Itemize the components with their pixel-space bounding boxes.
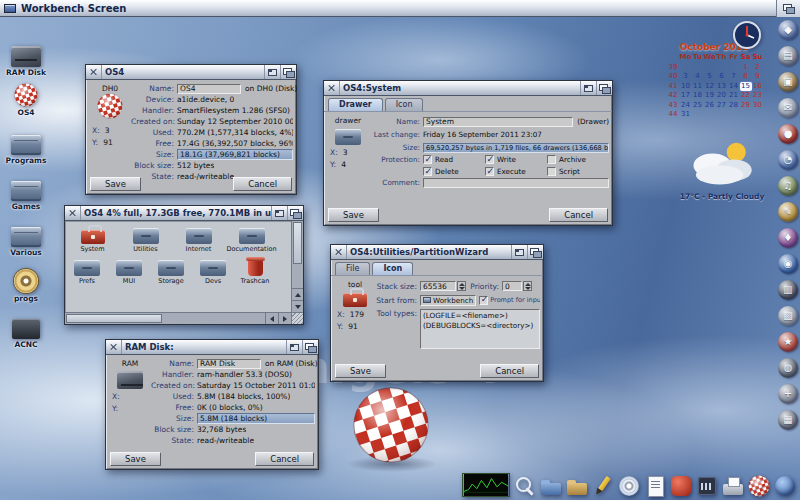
editor-icon[interactable]: [592, 475, 614, 497]
depth-button[interactable]: [302, 340, 318, 354]
calendar-day[interactable]: 14: [728, 82, 740, 92]
prompt-checkbox[interactable]: [479, 296, 488, 305]
scroll-track[interactable]: [163, 313, 265, 324]
web-icon[interactable]: [774, 475, 796, 497]
calendar-day[interactable]: 11: [692, 82, 704, 92]
drawer-icon-internet[interactable]: Internet: [172, 224, 225, 253]
calendar-day[interactable]: 10: [680, 82, 692, 92]
drawer-icon-documentation[interactable]: Documentation: [225, 224, 278, 253]
alert-icon[interactable]: ●: [778, 124, 798, 144]
protection-script[interactable]: Script: [547, 167, 609, 176]
calendar-day[interactable]: 24: [680, 101, 692, 111]
checkbox[interactable]: [423, 167, 432, 176]
calendar-day[interactable]: 6: [716, 72, 728, 82]
ram-disk-icon[interactable]: [117, 371, 143, 389]
titlebar[interactable]: OS4:System: [324, 81, 612, 96]
save-button[interactable]: Save: [110, 452, 161, 466]
calendar-day[interactable]: 12: [704, 82, 716, 92]
globe-icon[interactable]: ◉: [778, 254, 798, 274]
vertical-scrollbar[interactable]: [291, 221, 303, 312]
sphere-icon[interactable]: ◆: [778, 20, 798, 40]
name-input[interactable]: [423, 117, 573, 127]
titlebar[interactable]: OS4: [86, 65, 296, 80]
tools-icon[interactable]: +: [778, 384, 798, 404]
depth-button[interactable]: [596, 81, 612, 95]
calendar-day[interactable]: 28: [728, 101, 740, 111]
scroll-up-button[interactable]: [292, 288, 303, 300]
calendar-day[interactable]: 30: [752, 101, 764, 111]
drawer-icon-devs[interactable]: Devs: [192, 256, 234, 285]
star-icon[interactable]: ★: [778, 332, 798, 352]
calendar-day[interactable]: 17: [680, 91, 692, 101]
calendar-day[interactable]: 22: [740, 91, 752, 101]
titlebar[interactable]: RAM Disk:: [106, 340, 318, 355]
scroll-right-button[interactable]: [278, 313, 291, 324]
notes-icon[interactable]: [644, 475, 666, 497]
drawer-icon-utilities[interactable]: Utilities: [119, 224, 172, 253]
media-icon[interactable]: [696, 475, 718, 497]
calendar-day[interactable]: 9: [752, 72, 764, 82]
protection-write[interactable]: Write: [485, 155, 547, 164]
resize-handle[interactable]: [291, 313, 303, 324]
checkbox[interactable]: [423, 155, 432, 164]
cancel-button[interactable]: Cancel: [480, 364, 539, 378]
titlebar[interactable]: OS4:Utilities/PartitionWizard: [331, 245, 543, 260]
save-button[interactable]: Save: [335, 364, 386, 378]
protection-read[interactable]: Read: [423, 155, 485, 164]
horizontal-scrollbar[interactable]: [65, 312, 303, 324]
app-icon[interactable]: [670, 475, 692, 497]
desktop-icon-various[interactable]: Various: [2, 221, 50, 257]
depth-button[interactable]: [527, 245, 543, 259]
calendar-day[interactable]: 19: [704, 91, 716, 101]
drawer-icon[interactable]: [335, 129, 361, 145]
protection-delete[interactable]: Delete: [423, 167, 485, 176]
folder-icon[interactable]: [540, 475, 562, 497]
drawer-icon-system[interactable]: System: [66, 224, 119, 253]
scroll-down-button[interactable]: [292, 300, 303, 312]
desktop-icon-acnc[interactable]: ACNC: [2, 313, 50, 349]
close-button[interactable]: [331, 245, 347, 259]
checkbox[interactable]: [547, 155, 556, 164]
calendar-day[interactable]: 8: [740, 72, 752, 82]
tooltypes-list[interactable]: (LOGFILE=<filename>)(DEBUGBLOCKS=<direct…: [420, 309, 540, 349]
desktop-icon-os4[interactable]: OS4: [2, 81, 50, 117]
screen-titlebar[interactable]: Workbench Screen: [0, 0, 800, 17]
tab-file[interactable]: File: [335, 262, 370, 275]
name-input[interactable]: [177, 84, 241, 94]
tool-icon[interactable]: [343, 293, 367, 307]
clock-icon[interactable]: [732, 20, 762, 50]
checkbox[interactable]: [547, 167, 556, 176]
close-button[interactable]: [324, 81, 340, 95]
grid-icon[interactable]: ▦: [778, 410, 798, 430]
disk-icon[interactable]: ◍: [778, 358, 798, 378]
desktop-icon-progs[interactable]: progs: [2, 267, 50, 303]
system-monitor[interactable]: [462, 473, 510, 497]
stack-stepper[interactable]: [457, 281, 466, 291]
calendar-day[interactable]: 4: [692, 72, 704, 82]
protection-execute[interactable]: Execute: [485, 167, 547, 176]
edit-icon[interactable]: ✎: [778, 202, 798, 222]
photo-icon[interactable]: ▧: [778, 306, 798, 326]
calendar-day[interactable]: 20: [716, 91, 728, 101]
cancel-button[interactable]: Cancel: [255, 452, 314, 466]
close-button[interactable]: [65, 206, 81, 220]
search-icon[interactable]: [514, 475, 536, 497]
protection-archive[interactable]: Archive: [547, 155, 609, 164]
checkbox[interactable]: [485, 167, 494, 176]
boing-icon[interactable]: [748, 475, 770, 497]
calendar-day[interactable]: 7: [728, 72, 740, 82]
documents-icon[interactable]: [566, 475, 588, 497]
apps-icon[interactable]: ♦: [778, 228, 798, 248]
folder-icon[interactable]: ▣: [778, 72, 798, 92]
calendar-day[interactable]: 25: [692, 101, 704, 111]
name-input[interactable]: [197, 359, 261, 369]
drawer-icon-prefs[interactable]: Prefs: [66, 256, 108, 285]
disk-icon[interactable]: [97, 93, 123, 123]
calendar-day[interactable]: 16: [752, 82, 764, 92]
desktop-icon-programs[interactable]: Programs: [2, 129, 50, 165]
depth-button[interactable]: [280, 65, 296, 79]
zoom-button[interactable]: [271, 206, 287, 220]
comment-input[interactable]: [423, 178, 609, 188]
start-from-popup[interactable]: Workbench: [420, 295, 476, 306]
tab-icon[interactable]: Icon: [385, 98, 424, 111]
